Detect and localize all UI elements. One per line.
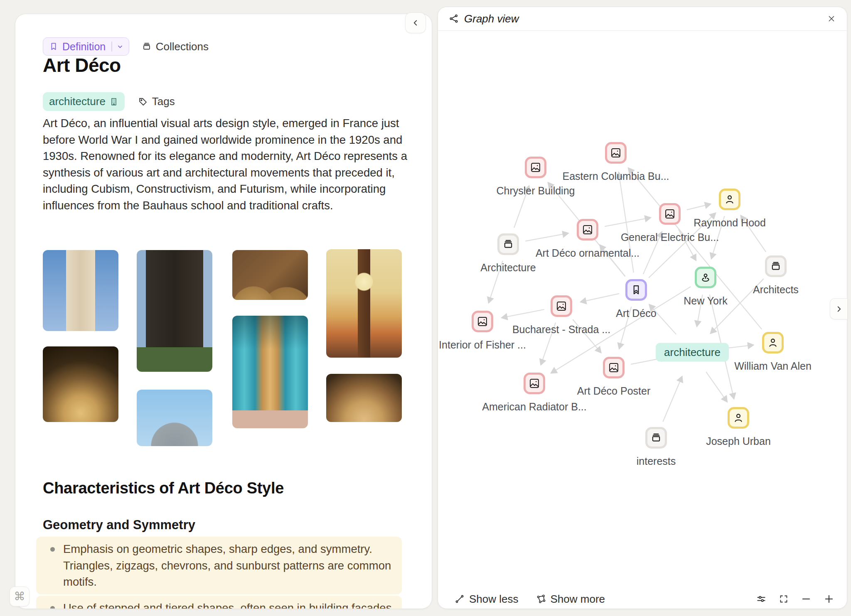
artdeco-photo-teal-lobby-interior[interactable] — [232, 316, 308, 428]
close-graph-button[interactable] — [827, 14, 836, 23]
bullet-text: Emphasis on geometric shapes, sharp edge… — [63, 541, 394, 590]
chevron-left-icon — [411, 18, 420, 27]
graph-node-william-van-alen[interactable] — [762, 332, 784, 353]
bullet-dot — [50, 547, 55, 552]
graph-edge-art-deco--bucharest — [581, 294, 619, 302]
graph-node-art-deco-poster[interactable] — [603, 357, 625, 378]
collection-icon — [770, 260, 782, 272]
plus-icon — [824, 594, 834, 604]
graph-node-label-art-deco-poster: Art Déco Poster — [577, 385, 650, 397]
graph-node-art-deco[interactable] — [625, 279, 647, 301]
subsection-heading[interactable]: Geometry and Symmetry — [43, 518, 195, 533]
person-icon — [767, 337, 779, 348]
graph-node-label-chrysler: Chrysler Building — [497, 185, 575, 197]
graph-node-bucharest[interactable] — [551, 295, 572, 317]
person-icon — [724, 194, 735, 205]
graph-node-ornamental[interactable] — [577, 219, 598, 241]
zoom-out-button[interactable] — [801, 594, 812, 604]
show-more-button[interactable]: Show more — [536, 593, 605, 606]
artdeco-photo-white-tower[interactable] — [43, 250, 118, 331]
graph-settings-button[interactable] — [756, 594, 767, 604]
artdeco-poster-sunburst-city[interactable] — [326, 249, 402, 358]
tags-button[interactable]: Tags — [138, 95, 175, 108]
collections-button[interactable]: Collections — [142, 40, 209, 53]
bookmark-icon — [630, 284, 642, 296]
graph-node-american-radiator[interactable] — [524, 373, 545, 394]
graph-canvas[interactable]: Chrysler BuildingEastern Columbia Bu...G… — [438, 31, 847, 609]
show-less-button[interactable]: Show less — [455, 593, 519, 606]
graph-node-general-electric[interactable] — [659, 203, 681, 225]
graph-node-label-art-deco: Art Déco — [616, 307, 656, 319]
artdeco-photo-bronze-arches[interactable] — [232, 250, 308, 300]
fullscreen-button[interactable] — [779, 594, 789, 604]
bullet-dot — [50, 606, 55, 609]
graph-node-label-interior-fisher: Interior of Fisher ... — [439, 339, 526, 351]
graph-node-chrysler[interactable] — [525, 157, 546, 178]
graph-node-label-interests: interests — [637, 455, 676, 467]
graph-edge-architecture-collection--ornamental — [525, 233, 568, 241]
expand-panel-tab[interactable] — [830, 298, 847, 319]
building-icon — [109, 97, 118, 106]
collections-icon — [142, 42, 152, 52]
graph-edge-general-electric--raymond-hood — [687, 204, 711, 210]
graph-node-architects[interactable] — [765, 255, 787, 277]
document-panel: Definition Collections Art Déco architec… — [15, 14, 432, 609]
artdeco-photo-gold-fan-ornament[interactable] — [43, 346, 118, 422]
graph-node-new-york[interactable] — [695, 267, 716, 288]
collection-icon — [650, 432, 662, 444]
graph-edge-interests--architecture-tag — [663, 377, 682, 422]
person-icon — [733, 412, 744, 424]
highlighted-bullet-2[interactable]: Use of stepped and tiered shapes, often … — [36, 596, 402, 609]
graph-node-raymond-hood[interactable] — [719, 189, 740, 210]
graph-node-joseph-urban[interactable] — [728, 407, 749, 429]
artdeco-photo-black-gold-skyscraper[interactable] — [137, 250, 212, 372]
image-icon — [530, 162, 541, 173]
image-icon — [529, 378, 540, 389]
bookmark-icon — [49, 42, 58, 51]
graph-view-title: Graph view — [464, 12, 519, 25]
graph-controls — [756, 594, 834, 604]
graph-node-label-william-van-alen: William Van Alen — [734, 360, 812, 372]
graph-node-label-general-electric: General Electric Bu... — [621, 231, 719, 243]
graph-edges — [438, 31, 847, 609]
sliders-icon — [756, 594, 767, 604]
tag-icon — [138, 97, 148, 107]
collapse-panel-button[interactable] — [405, 12, 426, 33]
tag-architecture-label: architecture — [49, 95, 106, 108]
artdeco-photo-cathedral-spire[interactable] — [137, 390, 212, 446]
zoom-in-button[interactable] — [824, 594, 834, 604]
object-type-pill[interactable]: Definition — [43, 37, 129, 56]
graph-node-interior-fisher[interactable] — [472, 311, 493, 332]
tags-label: Tags — [152, 95, 175, 108]
location-icon — [700, 272, 711, 283]
command-menu-button[interactable]: ⌘ — [10, 587, 30, 606]
graph-node-label-american-radiator: American Radiator B... — [482, 401, 587, 413]
highlighted-bullet-1[interactable]: Emphasis on geometric shapes, sharp edge… — [36, 537, 402, 594]
command-key-glyph: ⌘ — [14, 590, 25, 603]
graph-edge-architecture-tag--joseph-urban — [706, 372, 727, 401]
graph-edge-bucharest--interior-fisher — [502, 309, 544, 318]
object-type-label: Definition — [62, 41, 106, 53]
graph-view-header: Graph view — [438, 7, 847, 31]
tag-row: architecture Tags — [43, 92, 175, 111]
body-paragraph[interactable]: Art Déco, an influential visual arts des… — [43, 115, 409, 214]
graph-node-eastern-columbia[interactable] — [605, 142, 627, 164]
graph-node-architecture-collection[interactable] — [497, 233, 519, 255]
graph-node-label-eastern-columbia: Eastern Columbia Bu... — [562, 170, 669, 182]
section-heading[interactable]: Characteristics of Art Déco Style — [43, 479, 284, 497]
minus-icon — [801, 594, 812, 604]
app-window: Definition Collections Art Déco architec… — [0, 0, 851, 616]
collection-icon — [502, 238, 514, 250]
graph-view-icon — [449, 14, 459, 24]
graph-node-label-bucharest: Bucharest - Strada ... — [512, 324, 610, 336]
close-icon — [827, 14, 836, 23]
chevron-down-icon[interactable] — [116, 43, 124, 50]
graph-node-interests[interactable] — [645, 427, 667, 449]
page-title[interactable]: Art Déco — [43, 54, 121, 76]
pill-divider — [111, 42, 112, 52]
graph-node-architecture-tag[interactable]: architecture — [656, 343, 729, 362]
image-icon — [608, 362, 620, 373]
tag-architecture[interactable]: architecture — [43, 92, 125, 111]
graph-node-label-architecture-collection: Architecture — [480, 262, 536, 274]
artdeco-photo-arch-interior[interactable] — [326, 374, 402, 422]
